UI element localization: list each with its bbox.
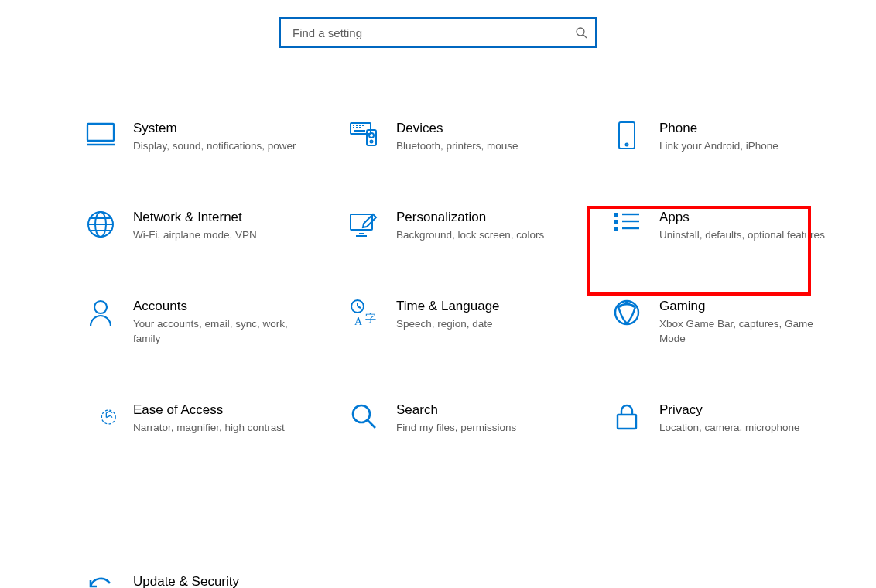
apps-icon [610,210,644,234]
update-security-icon [84,574,118,588]
svg-rect-2 [87,124,114,141]
tile-title: Time & Language [396,299,597,314]
tile-search[interactable]: Search Find my files, permissions [340,398,604,523]
svg-line-33 [358,306,361,308]
tile-update-security[interactable]: Update & Security Windows Update, recove… [77,569,340,588]
phone-icon [610,121,644,150]
tile-personalization[interactable]: Personalization Background, lock screen,… [340,205,604,248]
svg-rect-25 [614,220,618,224]
tile-title: Accounts [133,299,334,314]
svg-rect-26 [614,227,618,231]
search-container [0,17,876,48]
tile-title: Gaming [659,299,861,314]
time-language-icon: A 字 [347,299,381,328]
text-cursor [289,25,289,40]
tile-title: Ease of Access [133,402,334,418]
tile-network[interactable]: Network & Internet Wi-Fi, airplane mode,… [77,205,340,248]
tile-time-language[interactable]: A 字 Time & Language Speech, region, date [340,294,604,351]
network-icon [84,210,118,239]
svg-point-14 [371,141,373,143]
privacy-icon [610,402,644,432]
svg-rect-21 [351,214,372,230]
search-icon [575,26,587,39]
tile-system[interactable]: System Display, sound, notifications, po… [77,116,340,159]
svg-text:字: 字 [365,313,376,324]
tile-desc: Bluetooth, printers, mouse [396,139,597,154]
svg-text:A: A [354,316,363,327]
ease-of-access-icon [84,402,118,518]
tile-title: Apps [659,210,861,225]
tile-desc: Uninstall, defaults, optional features [659,228,861,243]
search-tile-icon [347,402,381,430]
svg-point-15 [369,133,374,138]
tile-title: Personalization [396,210,597,225]
tile-title: Phone [659,121,861,136]
tile-title: Network & Internet [133,210,334,225]
tile-desc: Background, lock screen, colors [396,228,597,243]
tile-desc: Xbox Game Bar, captures, Game Mode [659,317,861,347]
svg-rect-16 [619,122,635,149]
tile-title: Search [396,402,597,418]
search-input[interactable] [291,26,575,40]
svg-line-1 [583,35,587,38]
svg-line-39 [368,420,375,428]
svg-rect-40 [618,415,636,429]
tile-devices[interactable]: Devices Bluetooth, printers, mouse [340,116,604,159]
tile-desc: Find my files, permissions [396,421,597,436]
svg-point-30 [94,301,107,313]
svg-point-38 [353,405,370,422]
tile-phone[interactable]: Phone Link your Android, iPhone [604,116,867,159]
tile-gaming[interactable]: Gaming Xbox Game Bar, captures, Game Mod… [604,294,867,351]
tile-desc: Your accounts, email, sync, work, family [133,317,334,347]
devices-icon [347,121,381,149]
svg-rect-24 [614,213,618,217]
tile-apps[interactable]: Apps Uninstall, defaults, optional featu… [604,205,867,248]
tile-desc: Display, sound, notifications, power [133,139,334,154]
svg-point-17 [626,144,628,146]
gaming-icon [610,299,644,326]
settings-grid: System Display, sound, notifications, po… [0,116,876,588]
tile-desc: Wi-Fi, airplane mode, VPN [133,228,334,243]
tile-title: Privacy [659,402,861,418]
tile-desc: Location, camera, microphone [659,421,861,436]
tile-privacy[interactable]: Privacy Location, camera, microphone [604,398,867,523]
tile-title: System [133,121,334,136]
system-icon [84,121,118,147]
tile-title: Devices [396,121,597,136]
tile-desc: Narrator, magnifier, high contrast [133,421,334,436]
tile-desc: Speech, region, date [396,317,597,332]
tile-ease-of-access[interactable]: Ease of Access Narrator, magnifier, high… [77,398,340,523]
tile-title: Update & Security [133,574,334,588]
tile-accounts[interactable]: Accounts Your accounts, email, sync, wor… [77,294,340,351]
search-box[interactable] [279,17,597,48]
tile-desc: Link your Android, iPhone [659,139,861,154]
personalization-icon [347,210,381,238]
svg-point-0 [577,28,584,36]
accounts-icon [84,299,118,328]
